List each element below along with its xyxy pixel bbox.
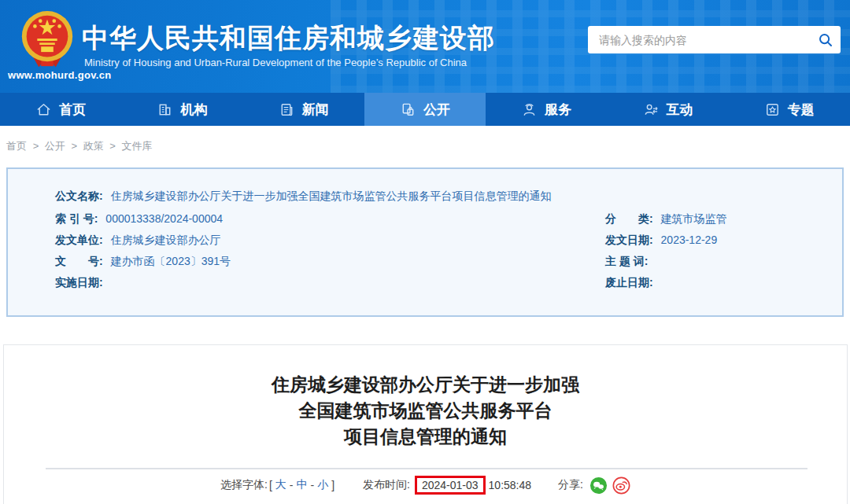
search-input[interactable] [588, 34, 811, 46]
meta-value: 建筑市场监管 [661, 212, 727, 225]
article-title-line: 住房城乡建设部办公厅关于进一步加强 [4, 372, 847, 398]
national-emblem-icon [19, 9, 76, 71]
font-size-selector: 选择字体: [ 大 - 中 - 小 ] [220, 478, 336, 492]
meta-label: 公文名称: [55, 189, 103, 202]
service-icon [521, 101, 538, 118]
meta-field-effective-date: 实施日期: [55, 272, 605, 293]
font-size-small-button[interactable]: 小 [317, 478, 328, 492]
share-label: 分享: [558, 478, 583, 492]
site-subtitle: Ministry of Housing and Urban-Rural Deve… [84, 57, 467, 68]
meta-label: 发文单位: [55, 234, 103, 246]
nav-label: 公开 [423, 101, 450, 119]
nav-item-organization[interactable]: 机构 [121, 93, 242, 126]
meta-label: 索 引 号: [55, 212, 98, 225]
article-meta-line: 选择字体: [ 大 - 中 - 小 ] 发布时间: 2024-01-03 10:… [4, 476, 847, 495]
meta-value: 000013338/2024-00004 [105, 212, 223, 225]
publish-time-value: 10:58:48 [489, 479, 532, 491]
meta-label: 废止日期: [605, 276, 653, 289]
article-title-line: 全国建筑市场监管公共服务平台 [4, 398, 847, 424]
wechat-icon[interactable] [589, 476, 608, 495]
breadcrumb-item-library[interactable]: 文件库 [122, 140, 153, 152]
meta-field-issuing-unit: 发文单位: 住房城乡建设部办公厅 [55, 230, 605, 251]
meta-value: 住房城乡建设部办公厅 [111, 234, 221, 246]
meta-field-doc-name: 公文名称: 住房城乡建设部办公厅关于进一步加强全国建筑市场监管公共服务平台项目信… [55, 186, 842, 207]
breadcrumb-item-home[interactable]: 首页 [6, 140, 27, 152]
meta-value: 建办市函〔2023〕391号 [111, 255, 231, 267]
publish-time: 发布时间: 2024-01-03 10:58:48 [363, 476, 531, 495]
page: www.mohurd.gov.cn 中华人民共和国住房和城乡建设部 Minist… [0, 0, 850, 504]
interaction-icon [643, 101, 660, 118]
nav-label: 机构 [180, 101, 207, 119]
meta-field-category: 分 类: 建筑市场监管 [605, 208, 842, 230]
search-icon [818, 32, 833, 48]
home-icon [35, 101, 52, 118]
nav-item-news[interactable]: 新闻 [243, 93, 364, 126]
nav-label: 新闻 [302, 101, 329, 119]
breadcrumb: 首页 > 公开 > 政策 > 文件库 [0, 126, 850, 169]
article-title-line: 项目信息管理的通知 [4, 424, 847, 450]
bracket-close: ] [331, 479, 334, 491]
breadcrumb-item-disclosure[interactable]: 公开 [45, 140, 65, 152]
weibo-icon[interactable] [612, 476, 630, 495]
search-box [588, 26, 841, 53]
nav-label: 专题 [788, 101, 815, 119]
nav-item-home[interactable]: 首页 [0, 93, 121, 126]
nav-item-topics[interactable]: 专题 [729, 93, 850, 126]
article-card: 住房城乡建设部办公厅关于进一步加强 全国建筑市场监管公共服务平台 项目信息管理的… [3, 344, 848, 504]
site-title: 中华人民共和国住房和城乡建设部 [82, 20, 495, 57]
breadcrumb-separator: > [109, 140, 116, 152]
meta-label: 实施日期: [55, 276, 103, 289]
meta-label: 主 题 词: [605, 255, 648, 267]
bracket-open: [ [269, 479, 272, 491]
meta-field-doc-number: 文 号: 建办市函〔2023〕391号 [55, 251, 605, 272]
meta-field-subject-words: 主 题 词: [605, 251, 842, 272]
separator: - [310, 479, 314, 491]
meta-field-repeal-date: 废止日期: [605, 272, 842, 293]
document-meta-card: 公文名称: 住房城乡建设部办公厅关于进一步加强全国建筑市场监管公共服务平台项目信… [6, 167, 844, 317]
nav-item-interaction[interactable]: 互动 [607, 93, 728, 126]
site-url: www.mohurd.gov.cn [8, 69, 165, 81]
meta-field-issue-date: 发文日期: 2023-12-29 [605, 230, 842, 251]
breadcrumb-item-policy[interactable]: 政策 [83, 140, 104, 152]
font-size-large-button[interactable]: 大 [275, 478, 286, 492]
publish-time-label: 发布时间: [363, 478, 410, 492]
font-selector-label: 选择字体: [220, 478, 268, 492]
nav-label: 互动 [667, 101, 693, 119]
disclosure-icon [400, 101, 416, 118]
meta-value: 2023-12-29 [661, 234, 718, 246]
news-icon [279, 101, 295, 118]
separator: - [290, 479, 294, 491]
share-bar: 分享: [558, 476, 630, 495]
organization-icon [157, 101, 173, 118]
font-size-medium-button[interactable]: 中 [296, 478, 307, 492]
national-emblem [17, 9, 77, 74]
breadcrumb-separator: > [33, 140, 39, 152]
nav-label: 服务 [545, 101, 571, 119]
article-title: 住房城乡建设部办公厅关于进一步加强 全国建筑市场监管公共服务平台 项目信息管理的… [4, 372, 847, 450]
main-nav: 首页 机构 新闻 公开 [0, 93, 850, 126]
meta-label: 分 类: [605, 212, 653, 225]
title-divider [46, 468, 808, 469]
publish-date-highlight: 2024-01-03 [415, 476, 486, 495]
meta-field-index-number: 索 引 号: 000013338/2024-00004 [55, 208, 605, 230]
nav-item-service[interactable]: 服务 [486, 93, 607, 126]
meta-label: 发文日期: [605, 234, 653, 246]
nav-item-disclosure[interactable]: 公开 [364, 93, 486, 126]
topics-icon [764, 101, 781, 118]
meta-label: 文 号: [55, 255, 103, 267]
search-button[interactable] [811, 26, 841, 53]
breadcrumb-separator: > [71, 140, 77, 152]
meta-value: 住房城乡建设部办公厅关于进一步加强全国建筑市场监管公共服务平台项目信息管理的通知 [111, 189, 552, 202]
site-header: www.mohurd.gov.cn 中华人民共和国住房和城乡建设部 Minist… [0, 0, 850, 93]
nav-label: 首页 [59, 101, 86, 119]
